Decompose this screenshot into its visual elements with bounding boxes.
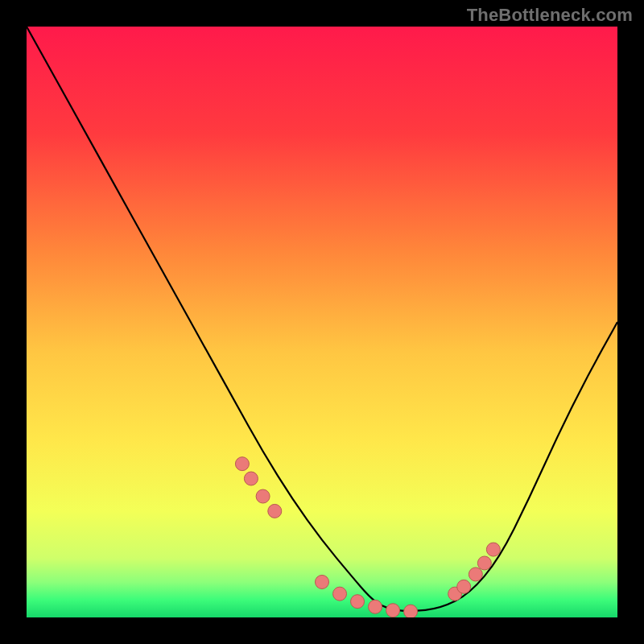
gradient-background (27, 27, 617, 617)
chart-frame: TheBottleneck.com (0, 0, 644, 644)
highlight-dot (351, 595, 365, 609)
highlight-dot (457, 580, 471, 593)
highlight-dot (268, 504, 282, 518)
highlight-dot (369, 600, 382, 613)
highlight-dot (404, 605, 418, 617)
watermark-text: TheBottleneck.com (467, 5, 633, 26)
highlight-dot (333, 587, 347, 601)
highlight-dot (486, 543, 500, 556)
highlight-dot (477, 556, 491, 570)
plot-svg (27, 27, 617, 617)
highlight-dot (316, 575, 329, 588)
highlight-dot (235, 457, 249, 471)
highlight-dot (244, 472, 258, 485)
highlight-dot (469, 568, 482, 581)
highlight-dot (256, 489, 270, 503)
plot-area (27, 27, 617, 617)
highlight-dot (386, 604, 400, 617)
